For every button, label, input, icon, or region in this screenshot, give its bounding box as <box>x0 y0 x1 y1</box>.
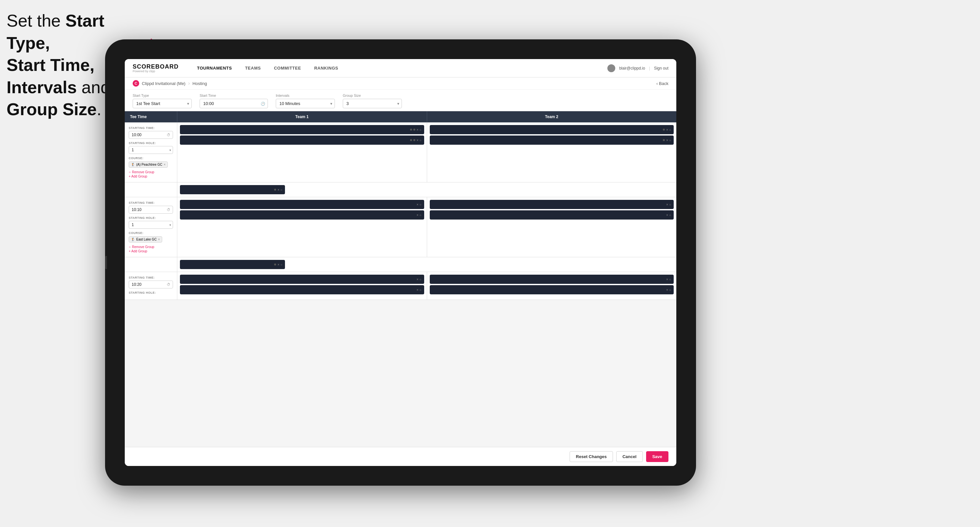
table-row: STARTING TIME: ⏱ STARTING HOLE: × ○ × ○ <box>125 272 676 300</box>
side-button <box>105 256 107 269</box>
tee-time-cell-1: STARTING TIME: ⏱ STARTING HOLE: 1 10 COU… <box>125 122 177 182</box>
breadcrumb-bar: C Clippd Invitational (Me) › Hosting ‹ B… <box>125 78 676 90</box>
clock-icon: ⏱ <box>262 102 265 106</box>
player-remove[interactable]: × ○ <box>666 288 671 292</box>
player-row: × ○ <box>430 125 674 134</box>
group-size-wrapper: 3 2 4 <box>343 99 402 108</box>
starting-time-wrapper-2: ⏱ <box>129 206 173 214</box>
starting-hole-wrapper-1: 1 10 <box>129 146 173 154</box>
breadcrumb-logo: C <box>133 80 139 87</box>
logo-sub: Powered by clipp <box>133 70 178 73</box>
start-time-label: Start Time <box>200 94 268 97</box>
player-row: × ○ <box>430 285 674 294</box>
player-remove[interactable]: × ○ <box>417 138 422 142</box>
sign-out-link[interactable]: Sign out <box>654 66 668 71</box>
player-row: × ○ <box>430 135 674 145</box>
starting-time-input-3[interactable] <box>129 281 173 289</box>
player-dot <box>663 129 665 130</box>
course-remove-2[interactable]: × <box>158 238 160 241</box>
team2-cell-1: × ○ × ○ <box>427 122 677 182</box>
table-body: STARTING TIME: ⏱ STARTING HOLE: 1 10 COU… <box>125 122 676 447</box>
tee-time-cell-3: STARTING TIME: ⏱ STARTING HOLE: <box>125 272 177 300</box>
player-row: × ○ <box>180 135 424 145</box>
logo-area: SCOREBOARD Powered by clipp <box>133 63 183 73</box>
reset-changes-button[interactable]: Reset Changes <box>570 451 613 462</box>
breadcrumb-left: C Clippd Invitational (Me) › Hosting <box>133 80 207 87</box>
player-dot <box>410 129 412 130</box>
nav-committee[interactable]: COMMITTEE <box>272 66 302 71</box>
start-time-wrapper: ⏱ <box>200 99 268 108</box>
team2-cell-3: × ○ × ○ <box>427 272 677 300</box>
starting-hole-select-2[interactable]: 1 10 <box>129 221 173 229</box>
player-remove[interactable]: × ○ <box>666 138 671 142</box>
save-button[interactable]: Save <box>646 451 668 462</box>
starting-time-label-2: STARTING TIME: <box>129 201 173 205</box>
course-remove-1[interactable]: × <box>164 163 165 167</box>
group-size-select[interactable]: 3 2 4 <box>343 99 402 108</box>
group-size-group: Group Size 3 2 4 <box>343 94 402 108</box>
clock-icon-2: ⏱ <box>167 208 170 212</box>
tablet-screen: SCOREBOARD Powered by clipp TOURNAMENTS … <box>125 59 676 466</box>
nav-bar: SCOREBOARD Powered by clipp TOURNAMENTS … <box>125 59 676 78</box>
player-row: × ○ <box>180 185 285 194</box>
starting-time-label-3: STARTING TIME: <box>129 276 173 279</box>
intervals-select[interactable]: 10 Minutes 8 Minutes 12 Minutes <box>276 99 335 108</box>
remove-group-1[interactable]: ○ Remove Group <box>129 170 173 174</box>
player-remove[interactable]: × ○ <box>417 288 422 292</box>
player-row: × ○ <box>180 285 424 294</box>
remove-group-2[interactable]: ○ Remove Group <box>129 245 173 249</box>
table-header: Tee Time Team 1 Team 2 <box>125 111 676 122</box>
player-row: × ○ <box>180 210 424 219</box>
start-type-label: Start Type <box>133 94 192 97</box>
starting-hole-label-3: STARTING HOLE: <box>129 291 173 294</box>
nav-links: TOURNAMENTS TEAMS COMMITTEE RANKINGS <box>196 66 608 71</box>
player-remove[interactable]: × ○ <box>417 213 422 217</box>
player-dot <box>274 264 276 265</box>
intervals-group: Intervals 10 Minutes 8 Minutes 12 Minute… <box>276 94 335 108</box>
start-time-input[interactable] <box>200 99 268 108</box>
team-cells-1: × ○ × ○ × ○ <box>177 122 676 182</box>
course-single-row-2: × ○ <box>125 257 676 272</box>
user-email: blair@clippd.io <box>619 66 645 71</box>
team1-cell-2: × ○ × ○ <box>177 197 427 257</box>
course-name-2: East Lake GC <box>136 238 157 241</box>
player-remove[interactable]: × ○ <box>666 128 671 132</box>
nav-teams[interactable]: TEAMS <box>243 66 262 71</box>
add-group-1[interactable]: + Add Group <box>129 175 173 178</box>
player-remove[interactable]: × ○ <box>666 213 671 217</box>
starting-time-input-2[interactable] <box>129 206 173 214</box>
group-actions-2: ○ Remove Group + Add Group <box>129 245 173 253</box>
clock-icon-3: ⏱ <box>167 283 170 286</box>
player-remove[interactable]: × ○ <box>417 128 422 132</box>
tablet-frame: SCOREBOARD Powered by clipp TOURNAMENTS … <box>105 40 696 486</box>
starting-hole-label-2: STARTING HOLE: <box>129 216 173 219</box>
player-remove[interactable]: × ○ <box>417 203 422 206</box>
player-remove[interactable]: × ○ <box>277 263 282 267</box>
player-remove[interactable]: × ○ <box>666 203 671 206</box>
course-label-2: COURSE: <box>129 231 173 235</box>
add-group-2[interactable]: + Add Group <box>129 249 173 253</box>
player-remove[interactable]: × ○ <box>666 278 671 281</box>
starting-time-wrapper-1: ⏱ <box>129 131 173 139</box>
back-button[interactable]: ‹ Back <box>656 81 668 86</box>
group-actions-1: ○ Remove Group + Add Group <box>129 170 173 178</box>
starting-hole-select-1[interactable]: 1 10 <box>129 146 173 154</box>
starting-hole-wrapper-2: 1 10 <box>129 221 173 229</box>
start-time-group: Start Time ⏱ <box>200 94 268 108</box>
nav-rankings[interactable]: RANKINGS <box>313 66 339 71</box>
nav-tournaments[interactable]: TOURNAMENTS <box>196 66 233 71</box>
controls-row: Start Type 1st Tee Start Shotgun Start S… <box>125 90 676 111</box>
group-size-label: Group Size <box>343 94 402 97</box>
start-type-select[interactable]: 1st Tee Start Shotgun Start <box>133 99 192 108</box>
course-badge-2: 🏌 East Lake GC × <box>129 236 173 244</box>
player-remove[interactable]: × ○ <box>277 188 282 192</box>
cancel-button[interactable]: Cancel <box>616 451 643 462</box>
course-name-1: (A) Peachtree GC <box>136 163 162 167</box>
player-remove[interactable]: × ○ <box>417 278 422 281</box>
team-cells-2: × ○ × ○ × ○ × ○ <box>177 197 676 257</box>
starting-time-wrapper-3: ⏱ <box>129 281 173 289</box>
player-dot <box>274 189 276 190</box>
player-dot <box>663 139 665 141</box>
starting-time-input-1[interactable] <box>129 131 173 139</box>
breadcrumb-section: Hosting <box>192 81 207 86</box>
